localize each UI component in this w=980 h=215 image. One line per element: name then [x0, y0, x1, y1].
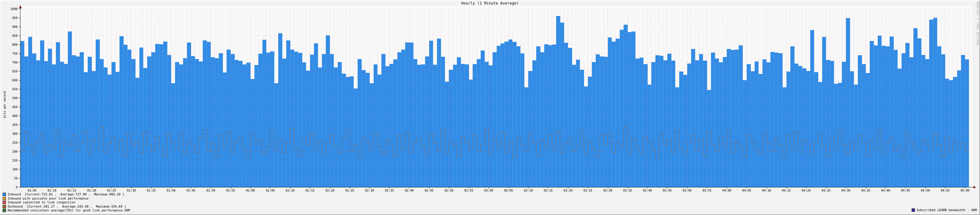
inbound-bar: [707, 90, 711, 187]
svg-text:04:15: 04:15: [782, 189, 791, 192]
svg-text:03:50: 03:50: [683, 189, 692, 192]
svg-text:01:05: 01:05: [28, 189, 37, 192]
inbound-bar: [894, 50, 898, 187]
svg-text:02:00: 02:00: [246, 189, 255, 192]
inbound-bar: [822, 37, 826, 187]
inbound-bar: [695, 60, 699, 187]
inbound-bar: [127, 50, 132, 187]
svg-text:01:10: 01:10: [48, 189, 56, 192]
inbound-bar: [711, 52, 715, 187]
inbound-bar: [461, 64, 465, 187]
inbound-bar: [453, 65, 457, 187]
inbound-bar: [298, 53, 302, 187]
inbound-bar: [671, 60, 675, 187]
rrdtool-watermark: RRDTOOL / TOBI OETIKER: [976, 2, 979, 46]
svg-text:02:20: 02:20: [326, 189, 334, 192]
svg-text:04:55: 04:55: [941, 189, 950, 192]
inbound-bar: [953, 77, 957, 187]
inbound-bar: [226, 50, 231, 187]
inbound-bar: [20, 41, 24, 187]
svg-text:03:10: 03:10: [524, 189, 533, 192]
inbound-bar: [509, 40, 513, 187]
svg-text:01:30: 01:30: [127, 189, 136, 192]
svg-text:04:30: 04:30: [842, 189, 850, 192]
svg-text:1000: 1000: [10, 8, 18, 11]
inbound-bar: [814, 72, 818, 187]
inbound-bar: [282, 58, 286, 187]
legend-row-inbound-poor: Inbound with possible poor link performa…: [3, 197, 130, 201]
inbound-bar: [751, 71, 755, 187]
inbound-congestion-legend-swatch: [3, 201, 6, 204]
inbound-bar: [306, 71, 310, 187]
inbound-bar: [437, 39, 441, 187]
svg-text:50: 50: [14, 177, 18, 180]
inbound-bar: [52, 65, 56, 187]
legend-row-recommended-average: Recommended consistent average(75%) for …: [3, 209, 130, 213]
legend-row-inbound-congestion: Inbound subjected to link congestion: [3, 201, 130, 205]
inbound-bar: [377, 74, 382, 187]
svg-text:03:15: 03:15: [544, 189, 552, 192]
inbound-bar: [56, 42, 60, 187]
inbound-bar: [624, 25, 628, 187]
inbound-bar: [512, 42, 517, 187]
inbound-bar: [191, 56, 195, 187]
inbound-bar: [374, 65, 378, 187]
inbound-bar: [84, 72, 88, 187]
svg-text:950: 950: [12, 16, 18, 20]
inbound-bar: [905, 43, 910, 187]
svg-text:03:35: 03:35: [623, 189, 632, 192]
inbound-bar: [465, 65, 469, 187]
svg-text:02:50: 02:50: [444, 189, 453, 192]
inbound-bar: [322, 54, 326, 187]
inbound-bar: [747, 64, 751, 187]
inbound-bar: [731, 50, 735, 187]
inbound-bar: [274, 83, 278, 187]
inbound-bar: [770, 52, 775, 187]
svg-text:02:10: 02:10: [286, 189, 294, 192]
inbound-bar: [635, 58, 640, 187]
inbound-bar: [929, 20, 933, 187]
inbound-bar: [485, 62, 489, 187]
inbound-bar: [612, 41, 616, 187]
inbound-bar: [429, 41, 433, 187]
inbound-bar: [493, 52, 497, 187]
svg-text:650: 650: [12, 70, 18, 73]
inbound-bar: [362, 70, 366, 187]
inbound-bar: [366, 73, 370, 187]
inbound-bar: [644, 64, 648, 187]
inbound-bar: [881, 46, 886, 187]
inbound-bar: [171, 83, 175, 187]
inbound-bar: [941, 54, 945, 187]
inbound-bar: [806, 71, 810, 187]
svg-text:03:25: 03:25: [584, 189, 592, 192]
svg-text:01:55: 01:55: [226, 189, 235, 192]
inbound-bar: [310, 55, 314, 187]
inbound-bar: [314, 43, 318, 187]
inbound-bar: [632, 32, 636, 187]
inbound-bar: [937, 46, 941, 187]
legend-row-outbound: Outbound [Current-201.17 , Average-243.9…: [3, 205, 130, 209]
legend-label-inbound-poor: Inbound with possible poor link performa…: [8, 197, 89, 201]
legend-label-inbound: Inbound [Current-715.82 , Average-727.96…: [8, 193, 124, 197]
inbound-bar: [842, 62, 846, 187]
inbound-bar: [501, 43, 505, 187]
svg-text:500: 500: [12, 96, 18, 100]
svg-text:02:45: 02:45: [425, 189, 434, 192]
inbound-bar: [139, 47, 143, 187]
svg-text:350: 350: [12, 123, 18, 126]
svg-text:03:30: 03:30: [603, 189, 612, 192]
inbound-bar: [60, 62, 64, 187]
inbound-bar: [445, 82, 449, 187]
inbound-legend-swatch: [3, 193, 6, 196]
svg-text:05:00: 05:00: [960, 189, 969, 192]
inbound-bar: [862, 64, 866, 187]
svg-text:04:40: 04:40: [881, 189, 890, 192]
inbound-bar: [504, 41, 509, 187]
inbound-bar: [850, 71, 854, 187]
inbound-bar: [528, 71, 532, 187]
x-axis-arrow: [974, 186, 976, 188]
svg-text:200: 200: [12, 150, 18, 153]
inbound-poor-legend-swatch: [3, 197, 6, 200]
inbound-bar: [231, 54, 235, 187]
inbound-bar: [239, 61, 243, 187]
